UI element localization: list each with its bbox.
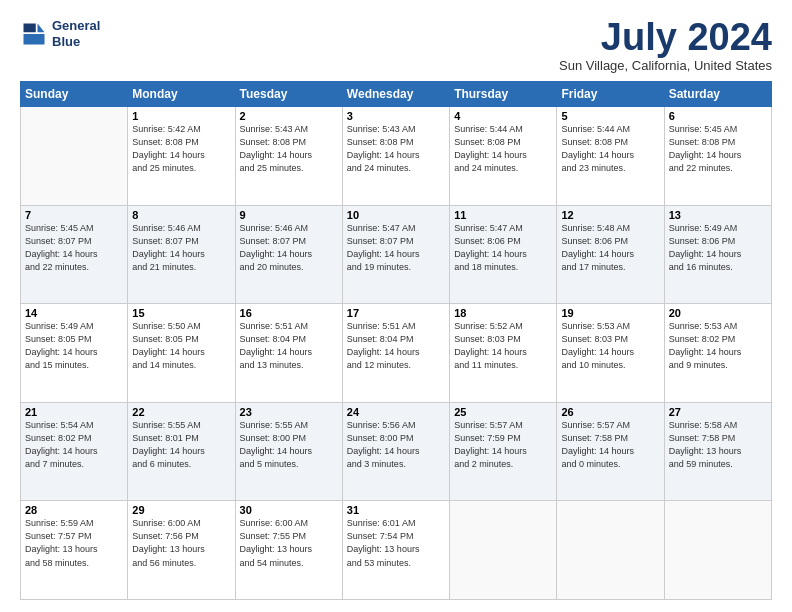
- calendar-cell: 4Sunrise: 5:44 AMSunset: 8:08 PMDaylight…: [450, 107, 557, 206]
- calendar-week-row: 1Sunrise: 5:42 AMSunset: 8:08 PMDaylight…: [21, 107, 772, 206]
- day-info: Sunrise: 5:59 AMSunset: 7:57 PMDaylight:…: [25, 517, 123, 569]
- day-info: Sunrise: 5:50 AMSunset: 8:05 PMDaylight:…: [132, 320, 230, 372]
- calendar-cell: 10Sunrise: 5:47 AMSunset: 8:07 PMDayligh…: [342, 205, 449, 304]
- weekday-thursday: Thursday: [450, 82, 557, 107]
- day-info: Sunrise: 5:58 AMSunset: 7:58 PMDaylight:…: [669, 419, 767, 471]
- day-number: 5: [561, 110, 659, 122]
- calendar-cell: [664, 501, 771, 600]
- calendar-header: Sunday Monday Tuesday Wednesday Thursday…: [21, 82, 772, 107]
- day-info: Sunrise: 5:51 AMSunset: 8:04 PMDaylight:…: [347, 320, 445, 372]
- calendar-cell: 26Sunrise: 5:57 AMSunset: 7:58 PMDayligh…: [557, 402, 664, 501]
- day-number: 13: [669, 209, 767, 221]
- logo-text: General Blue: [52, 18, 100, 49]
- calendar-body: 1Sunrise: 5:42 AMSunset: 8:08 PMDaylight…: [21, 107, 772, 600]
- day-info: Sunrise: 5:44 AMSunset: 8:08 PMDaylight:…: [561, 123, 659, 175]
- calendar-cell: 8Sunrise: 5:46 AMSunset: 8:07 PMDaylight…: [128, 205, 235, 304]
- day-info: Sunrise: 5:45 AMSunset: 8:08 PMDaylight:…: [669, 123, 767, 175]
- calendar-cell: 7Sunrise: 5:45 AMSunset: 8:07 PMDaylight…: [21, 205, 128, 304]
- day-info: Sunrise: 6:00 AMSunset: 7:56 PMDaylight:…: [132, 517, 230, 569]
- day-number: 28: [25, 504, 123, 516]
- calendar-week-row: 28Sunrise: 5:59 AMSunset: 7:57 PMDayligh…: [21, 501, 772, 600]
- day-info: Sunrise: 5:43 AMSunset: 8:08 PMDaylight:…: [240, 123, 338, 175]
- calendar-cell: 6Sunrise: 5:45 AMSunset: 8:08 PMDaylight…: [664, 107, 771, 206]
- day-number: 25: [454, 406, 552, 418]
- weekday-monday: Monday: [128, 82, 235, 107]
- calendar-cell: 12Sunrise: 5:48 AMSunset: 8:06 PMDayligh…: [557, 205, 664, 304]
- day-info: Sunrise: 5:46 AMSunset: 8:07 PMDaylight:…: [132, 222, 230, 274]
- day-number: 29: [132, 504, 230, 516]
- calendar-cell: 29Sunrise: 6:00 AMSunset: 7:56 PMDayligh…: [128, 501, 235, 600]
- weekday-wednesday: Wednesday: [342, 82, 449, 107]
- day-number: 19: [561, 307, 659, 319]
- day-info: Sunrise: 5:45 AMSunset: 8:07 PMDaylight:…: [25, 222, 123, 274]
- day-info: Sunrise: 5:47 AMSunset: 8:07 PMDaylight:…: [347, 222, 445, 274]
- page: General Blue July 2024 Sun Village, Cali…: [0, 0, 792, 612]
- day-number: 1: [132, 110, 230, 122]
- calendar-cell: 3Sunrise: 5:43 AMSunset: 8:08 PMDaylight…: [342, 107, 449, 206]
- calendar-cell: [557, 501, 664, 600]
- day-number: 11: [454, 209, 552, 221]
- calendar-cell: 15Sunrise: 5:50 AMSunset: 8:05 PMDayligh…: [128, 304, 235, 403]
- location: Sun Village, California, United States: [559, 58, 772, 73]
- day-info: Sunrise: 5:54 AMSunset: 8:02 PMDaylight:…: [25, 419, 123, 471]
- day-number: 16: [240, 307, 338, 319]
- calendar-cell: 30Sunrise: 6:00 AMSunset: 7:55 PMDayligh…: [235, 501, 342, 600]
- day-number: 22: [132, 406, 230, 418]
- calendar-cell: [21, 107, 128, 206]
- day-number: 10: [347, 209, 445, 221]
- calendar-cell: 25Sunrise: 5:57 AMSunset: 7:59 PMDayligh…: [450, 402, 557, 501]
- month-title: July 2024: [559, 18, 772, 56]
- day-number: 24: [347, 406, 445, 418]
- svg-rect-2: [24, 23, 36, 32]
- day-info: Sunrise: 5:48 AMSunset: 8:06 PMDaylight:…: [561, 222, 659, 274]
- day-number: 23: [240, 406, 338, 418]
- logo-icon: [20, 20, 48, 48]
- day-info: Sunrise: 5:56 AMSunset: 8:00 PMDaylight:…: [347, 419, 445, 471]
- calendar-cell: 2Sunrise: 5:43 AMSunset: 8:08 PMDaylight…: [235, 107, 342, 206]
- day-number: 17: [347, 307, 445, 319]
- calendar-cell: 18Sunrise: 5:52 AMSunset: 8:03 PMDayligh…: [450, 304, 557, 403]
- day-info: Sunrise: 5:47 AMSunset: 8:06 PMDaylight:…: [454, 222, 552, 274]
- calendar-cell: 1Sunrise: 5:42 AMSunset: 8:08 PMDaylight…: [128, 107, 235, 206]
- calendar-cell: 13Sunrise: 5:49 AMSunset: 8:06 PMDayligh…: [664, 205, 771, 304]
- day-info: Sunrise: 5:42 AMSunset: 8:08 PMDaylight:…: [132, 123, 230, 175]
- day-number: 2: [240, 110, 338, 122]
- day-info: Sunrise: 5:46 AMSunset: 8:07 PMDaylight:…: [240, 222, 338, 274]
- day-number: 4: [454, 110, 552, 122]
- day-number: 3: [347, 110, 445, 122]
- calendar-week-row: 14Sunrise: 5:49 AMSunset: 8:05 PMDayligh…: [21, 304, 772, 403]
- day-number: 8: [132, 209, 230, 221]
- day-number: 31: [347, 504, 445, 516]
- day-number: 6: [669, 110, 767, 122]
- calendar-cell: 16Sunrise: 5:51 AMSunset: 8:04 PMDayligh…: [235, 304, 342, 403]
- calendar-cell: 24Sunrise: 5:56 AMSunset: 8:00 PMDayligh…: [342, 402, 449, 501]
- logo: General Blue: [20, 18, 100, 49]
- calendar-cell: 21Sunrise: 5:54 AMSunset: 8:02 PMDayligh…: [21, 402, 128, 501]
- calendar-cell: 19Sunrise: 5:53 AMSunset: 8:03 PMDayligh…: [557, 304, 664, 403]
- day-info: Sunrise: 5:57 AMSunset: 7:58 PMDaylight:…: [561, 419, 659, 471]
- calendar-week-row: 21Sunrise: 5:54 AMSunset: 8:02 PMDayligh…: [21, 402, 772, 501]
- day-info: Sunrise: 5:57 AMSunset: 7:59 PMDaylight:…: [454, 419, 552, 471]
- title-block: July 2024 Sun Village, California, Unite…: [559, 18, 772, 73]
- day-number: 21: [25, 406, 123, 418]
- weekday-saturday: Saturday: [664, 82, 771, 107]
- day-number: 9: [240, 209, 338, 221]
- day-number: 12: [561, 209, 659, 221]
- svg-marker-1: [38, 23, 45, 32]
- calendar-cell: 31Sunrise: 6:01 AMSunset: 7:54 PMDayligh…: [342, 501, 449, 600]
- day-number: 26: [561, 406, 659, 418]
- day-info: Sunrise: 6:01 AMSunset: 7:54 PMDaylight:…: [347, 517, 445, 569]
- day-info: Sunrise: 5:43 AMSunset: 8:08 PMDaylight:…: [347, 123, 445, 175]
- day-number: 7: [25, 209, 123, 221]
- day-info: Sunrise: 5:44 AMSunset: 8:08 PMDaylight:…: [454, 123, 552, 175]
- calendar-cell: 5Sunrise: 5:44 AMSunset: 8:08 PMDaylight…: [557, 107, 664, 206]
- calendar-cell: [450, 501, 557, 600]
- svg-rect-3: [24, 34, 45, 45]
- weekday-sunday: Sunday: [21, 82, 128, 107]
- day-info: Sunrise: 5:49 AMSunset: 8:06 PMDaylight:…: [669, 222, 767, 274]
- day-info: Sunrise: 5:53 AMSunset: 8:02 PMDaylight:…: [669, 320, 767, 372]
- day-info: Sunrise: 5:53 AMSunset: 8:03 PMDaylight:…: [561, 320, 659, 372]
- calendar-cell: 17Sunrise: 5:51 AMSunset: 8:04 PMDayligh…: [342, 304, 449, 403]
- day-info: Sunrise: 6:00 AMSunset: 7:55 PMDaylight:…: [240, 517, 338, 569]
- day-number: 14: [25, 307, 123, 319]
